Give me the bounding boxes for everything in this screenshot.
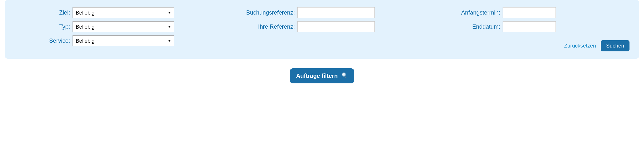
typ-label: Typ:	[14, 23, 72, 30]
enddatum-label: Enddatum:	[454, 23, 502, 30]
field-row-service: Service: Beliebig	[14, 35, 225, 46]
filter-orders-label: Aufträge filtern	[296, 73, 338, 79]
field-row-buchungsreferenz: Buchungsreferenz:	[234, 7, 445, 18]
service-label: Service:	[14, 37, 72, 44]
filter-panel: Ziel: Beliebig Typ: Beliebig Service: Be…	[5, 0, 639, 59]
column-1: Ziel: Beliebig Typ: Beliebig Service: Be…	[14, 7, 225, 51]
column-2: Buchungsreferenz: Ihre Referenz:	[234, 7, 445, 51]
ziel-label: Ziel:	[14, 9, 72, 16]
reset-link[interactable]: Zurücksetzen	[564, 43, 596, 49]
column-3: Anfangstermin: Enddatum: Zurücksetzen Su…	[454, 7, 630, 51]
ihrereferenz-label: Ihre Referenz:	[234, 23, 297, 30]
bottom-bar: Aufträge filtern	[0, 68, 644, 83]
field-row-ihrereferenz: Ihre Referenz:	[234, 21, 445, 32]
ziel-select[interactable]: Beliebig	[72, 7, 174, 18]
field-row-anfangstermin: Anfangstermin:	[454, 7, 630, 18]
actions-row: Zurücksetzen Suchen	[454, 40, 630, 51]
ihrereferenz-input[interactable]	[297, 21, 375, 32]
magnifier-icon	[341, 72, 348, 80]
filter-orders-button[interactable]: Aufträge filtern	[290, 68, 354, 83]
anfangstermin-label: Anfangstermin:	[454, 9, 502, 16]
typ-select[interactable]: Beliebig	[72, 21, 174, 32]
enddatum-input[interactable]	[502, 21, 556, 32]
svg-point-0	[342, 73, 346, 77]
anfangstermin-input[interactable]	[502, 7, 556, 18]
field-row-enddatum: Enddatum:	[454, 21, 630, 32]
svg-rect-1	[344, 76, 347, 78]
buchungsreferenz-label: Buchungsreferenz:	[234, 9, 297, 16]
search-button[interactable]: Suchen	[601, 40, 630, 51]
service-select[interactable]: Beliebig	[72, 35, 174, 46]
buchungsreferenz-input[interactable]	[297, 7, 375, 18]
field-row-ziel: Ziel: Beliebig	[14, 7, 225, 18]
field-row-typ: Typ: Beliebig	[14, 21, 225, 32]
